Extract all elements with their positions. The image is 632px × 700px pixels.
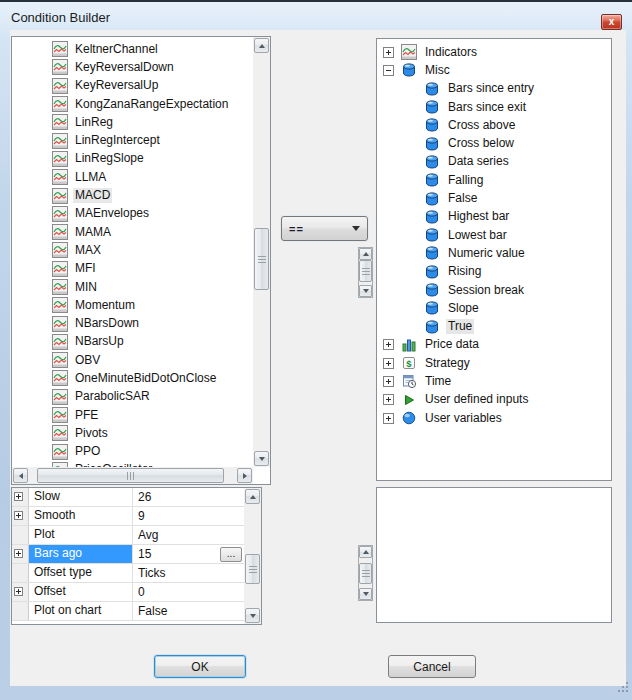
list-item[interactable]: Pivots (12, 424, 253, 442)
scrollbar-thumb[interactable] (37, 468, 224, 483)
list-item[interactable]: KongZanaRangeExpectation (12, 95, 253, 113)
expand-toggle-icon[interactable] (383, 376, 394, 387)
expand-toggle-icon[interactable] (383, 394, 394, 405)
property-value-cell[interactable]: 0 (133, 583, 244, 601)
list-item[interactable]: MFI (12, 260, 253, 278)
property-row[interactable]: Smooth 9 (12, 507, 244, 526)
tree-item[interactable]: Numeric value (377, 244, 611, 262)
detached-scrollbar-bottom[interactable] (358, 545, 373, 601)
property-value-cell[interactable]: False (133, 602, 244, 620)
list-item[interactable]: LinRegSlope (12, 150, 253, 168)
list-item[interactable]: MIN (12, 278, 253, 296)
tree-item[interactable]: False (377, 189, 611, 207)
list-item[interactable]: KeyReversalUp (12, 77, 253, 95)
expand-toggle-icon[interactable] (14, 549, 23, 558)
list-item[interactable]: LinRegIntercept (12, 131, 253, 149)
property-name[interactable]: Bars ago (29, 545, 133, 563)
detached-scrollbar-top[interactable] (358, 247, 373, 298)
tree-item[interactable]: Data series (377, 153, 611, 171)
scrollbar-thumb[interactable] (359, 563, 372, 584)
tree-item[interactable]: Cross below (377, 134, 611, 152)
vertical-scrollbar[interactable] (244, 488, 261, 624)
horizontal-scrollbar[interactable] (12, 467, 253, 484)
list-item[interactable]: ParabolicSAR (12, 388, 253, 406)
scroll-up-button[interactable] (359, 248, 372, 260)
property-name[interactable]: Plot on chart (29, 602, 133, 620)
tree-item[interactable]: Rising (377, 263, 611, 281)
list-item[interactable]: OneMinuteBidDotOnClose (12, 369, 253, 387)
tree-item[interactable]: Price data (377, 336, 611, 354)
scroll-up-button[interactable] (254, 38, 269, 53)
list-item[interactable]: LinReg (12, 113, 253, 131)
scrollbar-thumb[interactable] (245, 554, 260, 584)
list-item[interactable]: MACD (12, 186, 253, 204)
property-name[interactable]: Smooth (29, 507, 133, 525)
scrollbar-thumb[interactable] (254, 228, 269, 290)
tree-item[interactable]: Cross above (377, 116, 611, 134)
tree-item[interactable]: Bars since entry (377, 80, 611, 98)
list-item[interactable]: KeyReversalDown (12, 58, 253, 76)
list-item[interactable]: NBarsUp (12, 333, 253, 351)
tree-item[interactable]: Falling (377, 171, 611, 189)
list-item[interactable]: MAMA (12, 223, 253, 241)
property-value-cell[interactable]: Avg (133, 526, 244, 544)
list-item[interactable]: MAEnvelopes (12, 205, 253, 223)
tree-item[interactable]: Time (377, 372, 611, 390)
property-value-cell[interactable]: 15 ... (133, 545, 244, 563)
scroll-right-button[interactable] (237, 468, 252, 483)
property-row[interactable]: Offset type Ticks (12, 564, 244, 583)
property-name[interactable]: Slow (29, 488, 133, 506)
operator-dropdown[interactable]: == (281, 216, 368, 241)
scroll-down-button[interactable] (245, 608, 260, 623)
list-item[interactable]: Momentum (12, 296, 253, 314)
scroll-down-button[interactable] (359, 285, 372, 297)
property-row[interactable]: Offset 0 (12, 583, 244, 602)
expand-toggle-icon[interactable] (14, 511, 23, 520)
property-row[interactable]: Slow 26 (12, 488, 244, 507)
list-item[interactable]: PFE (12, 406, 253, 424)
tree-item[interactable]: Misc (377, 61, 611, 79)
property-value-cell[interactable]: Ticks (133, 564, 244, 582)
list-item[interactable]: PPO (12, 443, 253, 461)
expand-toggle-icon[interactable] (383, 358, 394, 369)
tree-item[interactable]: Slope (377, 299, 611, 317)
property-row[interactable]: Bars ago 15 ... (12, 545, 244, 564)
property-name[interactable]: Plot (29, 526, 133, 544)
expand-toggle-icon[interactable] (383, 65, 394, 76)
tree-item[interactable]: Highest bar (377, 208, 611, 226)
expand-toggle-icon[interactable] (14, 587, 23, 596)
property-name[interactable]: Offset type (29, 564, 133, 582)
expand-toggle-icon[interactable] (383, 47, 394, 58)
tree-item[interactable]: $ Strategy (377, 354, 611, 372)
tree-item[interactable]: Indicators (377, 43, 611, 61)
scroll-down-button[interactable] (359, 588, 372, 600)
property-row[interactable]: Plot on chart False (12, 602, 244, 621)
tree-item[interactable]: User variables (377, 409, 611, 427)
tree-item[interactable]: Session break (377, 281, 611, 299)
expand-toggle-icon[interactable] (14, 492, 23, 501)
tree-item[interactable]: True (377, 317, 611, 335)
list-item[interactable]: LLMA (12, 168, 253, 186)
vertical-scrollbar[interactable] (253, 37, 270, 467)
expand-toggle-icon[interactable] (383, 413, 394, 424)
tree-item[interactable]: User defined inputs (377, 391, 611, 409)
property-name[interactable]: Offset (29, 583, 133, 601)
ok-button[interactable]: OK (154, 655, 246, 678)
title-bar[interactable]: Condition Builder x (0, 2, 632, 30)
list-item[interactable]: OBV (12, 351, 253, 369)
expand-toggle-icon[interactable] (383, 339, 394, 350)
property-value-cell[interactable]: 9 (133, 507, 244, 525)
list-item[interactable]: MAX (12, 241, 253, 259)
scroll-down-button[interactable] (254, 451, 269, 466)
property-value-cell[interactable]: 26 (133, 488, 244, 506)
cancel-button[interactable]: Cancel (388, 655, 476, 678)
ellipsis-button[interactable]: ... (220, 547, 242, 562)
close-button[interactable]: x (601, 14, 622, 30)
list-item[interactable]: KeltnerChannel (12, 40, 253, 58)
scroll-up-button[interactable] (359, 546, 372, 558)
scrollbar-thumb[interactable] (359, 260, 372, 282)
tree-item[interactable]: Lowest bar (377, 226, 611, 244)
property-row[interactable]: Plot Avg (12, 526, 244, 545)
scroll-left-button[interactable] (13, 468, 28, 483)
list-item[interactable]: NBarsDown (12, 314, 253, 332)
